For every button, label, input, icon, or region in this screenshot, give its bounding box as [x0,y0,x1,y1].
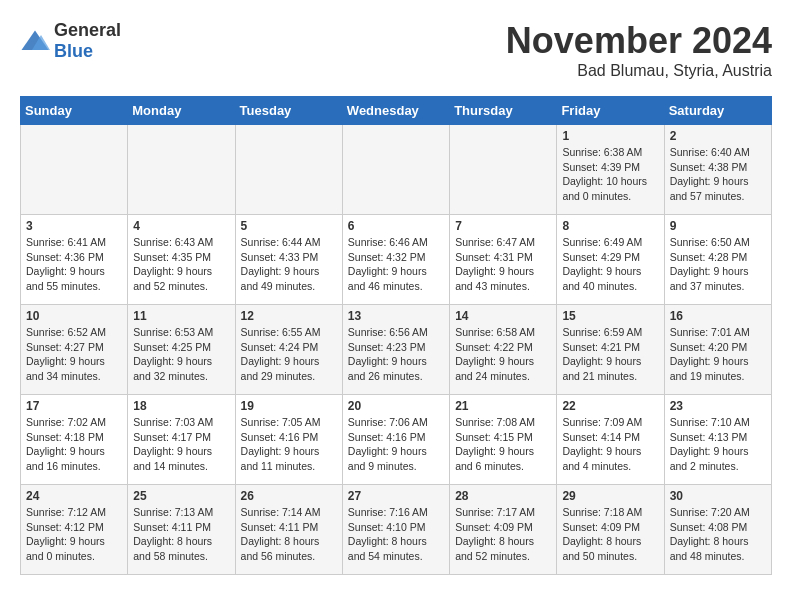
day-info: Sunrise: 7:18 AM Sunset: 4:09 PM Dayligh… [562,505,658,564]
day-info: Sunrise: 7:20 AM Sunset: 4:08 PM Dayligh… [670,505,766,564]
day-info: Sunrise: 7:16 AM Sunset: 4:10 PM Dayligh… [348,505,444,564]
day-info: Sunrise: 6:46 AM Sunset: 4:32 PM Dayligh… [348,235,444,294]
day-number: 17 [26,399,122,413]
day-number: 25 [133,489,229,503]
day-info: Sunrise: 7:03 AM Sunset: 4:17 PM Dayligh… [133,415,229,474]
calendar-cell [128,125,235,215]
day-info: Sunrise: 7:02 AM Sunset: 4:18 PM Dayligh… [26,415,122,474]
header-cell-saturday: Saturday [664,97,771,125]
calendar-cell [450,125,557,215]
day-info: Sunrise: 6:53 AM Sunset: 4:25 PM Dayligh… [133,325,229,384]
day-info: Sunrise: 7:05 AM Sunset: 4:16 PM Dayligh… [241,415,337,474]
calendar-cell: 7Sunrise: 6:47 AM Sunset: 4:31 PM Daylig… [450,215,557,305]
day-info: Sunrise: 6:49 AM Sunset: 4:29 PM Dayligh… [562,235,658,294]
day-number: 27 [348,489,444,503]
logo-general: General [54,20,121,40]
day-number: 21 [455,399,551,413]
calendar-cell: 23Sunrise: 7:10 AM Sunset: 4:13 PM Dayli… [664,395,771,485]
header-cell-thursday: Thursday [450,97,557,125]
calendar-cell: 26Sunrise: 7:14 AM Sunset: 4:11 PM Dayli… [235,485,342,575]
header: General Blue November 2024 Bad Blumau, S… [20,20,772,80]
calendar-cell: 1Sunrise: 6:38 AM Sunset: 4:39 PM Daylig… [557,125,664,215]
day-info: Sunrise: 6:47 AM Sunset: 4:31 PM Dayligh… [455,235,551,294]
day-number: 12 [241,309,337,323]
day-info: Sunrise: 6:50 AM Sunset: 4:28 PM Dayligh… [670,235,766,294]
day-number: 30 [670,489,766,503]
logo-text: General Blue [54,20,121,62]
calendar-cell: 20Sunrise: 7:06 AM Sunset: 4:16 PM Dayli… [342,395,449,485]
header-row: SundayMondayTuesdayWednesdayThursdayFrid… [21,97,772,125]
day-number: 13 [348,309,444,323]
calendar-cell [342,125,449,215]
day-info: Sunrise: 6:44 AM Sunset: 4:33 PM Dayligh… [241,235,337,294]
day-number: 20 [348,399,444,413]
day-info: Sunrise: 6:52 AM Sunset: 4:27 PM Dayligh… [26,325,122,384]
calendar-cell: 2Sunrise: 6:40 AM Sunset: 4:38 PM Daylig… [664,125,771,215]
week-row-2: 3Sunrise: 6:41 AM Sunset: 4:36 PM Daylig… [21,215,772,305]
header-cell-wednesday: Wednesday [342,97,449,125]
day-info: Sunrise: 6:40 AM Sunset: 4:38 PM Dayligh… [670,145,766,204]
main-title: November 2024 [506,20,772,62]
calendar-cell: 9Sunrise: 6:50 AM Sunset: 4:28 PM Daylig… [664,215,771,305]
day-number: 19 [241,399,337,413]
subtitle: Bad Blumau, Styria, Austria [506,62,772,80]
week-row-1: 1Sunrise: 6:38 AM Sunset: 4:39 PM Daylig… [21,125,772,215]
day-number: 15 [562,309,658,323]
day-number: 28 [455,489,551,503]
day-info: Sunrise: 6:56 AM Sunset: 4:23 PM Dayligh… [348,325,444,384]
calendar-table: SundayMondayTuesdayWednesdayThursdayFrid… [20,96,772,575]
day-info: Sunrise: 7:13 AM Sunset: 4:11 PM Dayligh… [133,505,229,564]
day-info: Sunrise: 6:41 AM Sunset: 4:36 PM Dayligh… [26,235,122,294]
week-row-4: 17Sunrise: 7:02 AM Sunset: 4:18 PM Dayli… [21,395,772,485]
header-cell-sunday: Sunday [21,97,128,125]
day-info: Sunrise: 7:12 AM Sunset: 4:12 PM Dayligh… [26,505,122,564]
calendar-cell: 10Sunrise: 6:52 AM Sunset: 4:27 PM Dayli… [21,305,128,395]
header-cell-tuesday: Tuesday [235,97,342,125]
day-number: 2 [670,129,766,143]
week-row-5: 24Sunrise: 7:12 AM Sunset: 4:12 PM Dayli… [21,485,772,575]
day-info: Sunrise: 7:08 AM Sunset: 4:15 PM Dayligh… [455,415,551,474]
day-info: Sunrise: 6:55 AM Sunset: 4:24 PM Dayligh… [241,325,337,384]
calendar-cell: 22Sunrise: 7:09 AM Sunset: 4:14 PM Dayli… [557,395,664,485]
calendar-cell: 3Sunrise: 6:41 AM Sunset: 4:36 PM Daylig… [21,215,128,305]
calendar-cell: 14Sunrise: 6:58 AM Sunset: 4:22 PM Dayli… [450,305,557,395]
day-info: Sunrise: 6:59 AM Sunset: 4:21 PM Dayligh… [562,325,658,384]
calendar-cell: 15Sunrise: 6:59 AM Sunset: 4:21 PM Dayli… [557,305,664,395]
calendar-cell: 27Sunrise: 7:16 AM Sunset: 4:10 PM Dayli… [342,485,449,575]
calendar-cell [21,125,128,215]
header-cell-friday: Friday [557,97,664,125]
calendar-cell: 6Sunrise: 6:46 AM Sunset: 4:32 PM Daylig… [342,215,449,305]
calendar-cell: 17Sunrise: 7:02 AM Sunset: 4:18 PM Dayli… [21,395,128,485]
calendar-cell: 13Sunrise: 6:56 AM Sunset: 4:23 PM Dayli… [342,305,449,395]
day-number: 16 [670,309,766,323]
day-number: 1 [562,129,658,143]
logo-icon [20,29,50,53]
calendar-cell: 18Sunrise: 7:03 AM Sunset: 4:17 PM Dayli… [128,395,235,485]
calendar-cell: 11Sunrise: 6:53 AM Sunset: 4:25 PM Dayli… [128,305,235,395]
day-info: Sunrise: 6:58 AM Sunset: 4:22 PM Dayligh… [455,325,551,384]
day-info: Sunrise: 7:09 AM Sunset: 4:14 PM Dayligh… [562,415,658,474]
day-info: Sunrise: 7:17 AM Sunset: 4:09 PM Dayligh… [455,505,551,564]
calendar-cell: 12Sunrise: 6:55 AM Sunset: 4:24 PM Dayli… [235,305,342,395]
week-row-3: 10Sunrise: 6:52 AM Sunset: 4:27 PM Dayli… [21,305,772,395]
calendar-cell: 19Sunrise: 7:05 AM Sunset: 4:16 PM Dayli… [235,395,342,485]
logo-blue: Blue [54,41,93,61]
day-number: 3 [26,219,122,233]
day-info: Sunrise: 6:38 AM Sunset: 4:39 PM Dayligh… [562,145,658,204]
calendar-cell: 30Sunrise: 7:20 AM Sunset: 4:08 PM Dayli… [664,485,771,575]
logo: General Blue [20,20,121,62]
day-info: Sunrise: 6:43 AM Sunset: 4:35 PM Dayligh… [133,235,229,294]
day-number: 11 [133,309,229,323]
calendar-cell [235,125,342,215]
calendar-cell: 29Sunrise: 7:18 AM Sunset: 4:09 PM Dayli… [557,485,664,575]
calendar-cell: 21Sunrise: 7:08 AM Sunset: 4:15 PM Dayli… [450,395,557,485]
day-number: 22 [562,399,658,413]
day-number: 7 [455,219,551,233]
header-cell-monday: Monday [128,97,235,125]
day-info: Sunrise: 7:06 AM Sunset: 4:16 PM Dayligh… [348,415,444,474]
calendar-cell: 5Sunrise: 6:44 AM Sunset: 4:33 PM Daylig… [235,215,342,305]
calendar-cell: 28Sunrise: 7:17 AM Sunset: 4:09 PM Dayli… [450,485,557,575]
day-number: 5 [241,219,337,233]
day-number: 23 [670,399,766,413]
calendar-cell: 8Sunrise: 6:49 AM Sunset: 4:29 PM Daylig… [557,215,664,305]
